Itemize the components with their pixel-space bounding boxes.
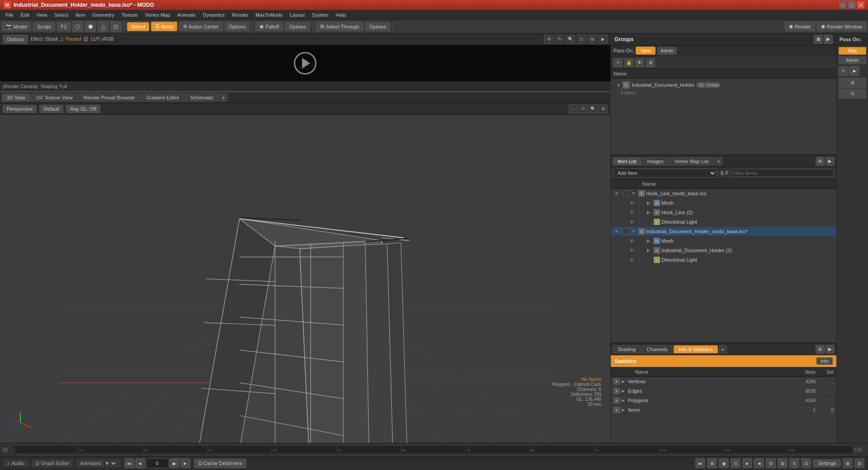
item-list-settings-icon[interactable]: ▶: [826, 157, 835, 166]
items-button[interactable]: ☰ Items: [151, 22, 177, 31]
menu-layout[interactable]: Layout: [286, 11, 308, 19]
pass-new-button-2[interactable]: New: [839, 47, 866, 55]
options-button-1[interactable]: Options: [225, 22, 250, 31]
play-pause-button[interactable]: ▶: [170, 458, 179, 468]
status-icon-9[interactable]: ↻: [789, 458, 799, 468]
stats-add-polygons[interactable]: +: [613, 397, 620, 404]
stats-expand-items[interactable]: ▶: [622, 408, 627, 412]
tab-images[interactable]: Images: [642, 157, 669, 165]
step-back-button[interactable]: ◄: [135, 458, 145, 468]
preview-fit-icon[interactable]: ⊡: [577, 35, 586, 44]
status-icon-8[interactable]: ⊞: [778, 458, 788, 468]
item-row-0[interactable]: 👁 ▼ S Hook_Line_modo_base.lxo: [611, 189, 836, 198]
frame-counter[interactable]: 0: [146, 458, 169, 468]
rewind-button[interactable]: ⏮: [124, 458, 134, 468]
tab-shading[interactable]: Shading: [613, 345, 641, 353]
menu-help[interactable]: Help: [332, 11, 350, 19]
item-expand-4[interactable]: ▼: [632, 229, 637, 234]
item-expand-0[interactable]: ▼: [632, 191, 637, 196]
item-row-4[interactable]: 👁 ▼ S Industrial_Document_Holder_modo_ba…: [611, 227, 836, 236]
minimize-button[interactable]: −: [839, 1, 846, 9]
stats-add-items[interactable]: +: [613, 407, 620, 413]
item-eye-6[interactable]: 👁: [629, 247, 635, 254]
options-button-3[interactable]: Options: [365, 22, 391, 31]
menu-view[interactable]: View: [33, 11, 51, 19]
close-button[interactable]: ✕: [857, 1, 864, 9]
add-item-list-tab-button[interactable]: +: [714, 157, 722, 165]
audio-button[interactable]: ♪ Audio: [4, 460, 28, 467]
render-window-button[interactable]: ◉ Render Window: [817, 22, 866, 31]
item-row-7[interactable]: 👁 L Directional Light: [611, 255, 836, 265]
viewport-home-icon[interactable]: ⌂: [569, 104, 578, 113]
groups-expand-icon[interactable]: ⊞: [814, 35, 823, 44]
model-tab-btn[interactable]: 📷 Model: [2, 22, 31, 31]
tab-uv-texture-view[interactable]: UV Texture View: [31, 94, 78, 102]
menu-system[interactable]: System: [308, 11, 332, 19]
animated-button[interactable]: Animated ▼: [76, 459, 120, 467]
item-expand-6[interactable]: ▶: [647, 248, 652, 253]
menu-texture[interactable]: Texture: [118, 11, 142, 19]
item-lock-4[interactable]: [623, 228, 629, 235]
stats-settings-icon[interactable]: ▶: [826, 345, 835, 354]
pass-small-btn-2[interactable]: ▶: [849, 66, 859, 76]
viewport-default-btn[interactable]: Default: [39, 105, 63, 113]
select-button[interactable]: Select: [127, 22, 149, 31]
cache-deformers-button[interactable]: ⊡ Cache Deformers: [194, 459, 246, 468]
settings-button[interactable]: Settings: [813, 459, 841, 467]
pass-expand-btn-1[interactable]: ⊞: [839, 78, 866, 88]
status-icon-7[interactable]: ⊟: [766, 458, 776, 468]
menu-select[interactable]: Select: [51, 11, 72, 19]
item-expand-2[interactable]: ▶: [647, 210, 652, 215]
stats-row-items[interactable]: + ▶ Items 1 0: [611, 405, 836, 415]
item-row-3[interactable]: 👁 L Directional Light: [611, 217, 836, 227]
stats-expand-edges[interactable]: ▶: [622, 389, 627, 393]
item-eye-2[interactable]: 👁: [629, 209, 635, 216]
tab-vertex-map-list[interactable]: Vertex Map List: [670, 157, 714, 165]
groups-add-btn[interactable]: +: [613, 58, 623, 67]
item-eye-4[interactable]: 👁: [613, 228, 620, 235]
stats-info-tab[interactable]: Info: [816, 357, 833, 365]
preview-zoom-in-icon[interactable]: 🔍: [566, 35, 575, 44]
play-button[interactable]: [294, 52, 316, 75]
status-icon-6[interactable]: ◄: [754, 458, 764, 468]
item-eye-5[interactable]: 👁: [629, 238, 635, 244]
preview-settings-icon[interactable]: ⚙: [544, 35, 553, 44]
menu-render[interactable]: Render: [228, 11, 252, 19]
falloff-button[interactable]: ◉ Falloff: [255, 22, 283, 31]
preview-refresh-icon[interactable]: ↻: [555, 35, 564, 44]
menu-file[interactable]: File: [2, 11, 17, 19]
viewport-raygl-btn[interactable]: Ray GL: Off: [66, 105, 100, 113]
sculpt-tab-btn[interactable]: Sculpt: [33, 22, 55, 31]
viewport-canvas[interactable]: No Items Polygons : Catmull-Clark Channe…: [0, 115, 610, 443]
tab-gradient-editor[interactable]: Gradient Editor: [141, 94, 184, 102]
auto-select-icon-4[interactable]: ⊡: [110, 21, 121, 32]
viewport-zoom-icon[interactable]: 🔍: [589, 104, 598, 113]
viewport-settings-icon[interactable]: ⚙: [599, 104, 608, 113]
menu-geometry[interactable]: Geometry: [89, 11, 118, 19]
groups-lock-btn[interactable]: 🔒: [624, 58, 633, 67]
status-icon-1[interactable]: ⏭: [695, 458, 705, 468]
step-forward-button[interactable]: ►: [180, 458, 190, 468]
tab-channels[interactable]: Channels: [642, 345, 672, 353]
f2-btn[interactable]: F2: [57, 22, 71, 31]
pass-admin-button[interactable]: Admin: [839, 56, 866, 64]
pass-expand-btn-2[interactable]: ⊟: [839, 89, 866, 99]
item-expand-5[interactable]: ▶: [647, 239, 652, 243]
tab-item-list[interactable]: Item List: [613, 157, 642, 165]
group-item-0[interactable]: ▼ G Industrial_Document_Holder (4) : Gro…: [614, 80, 833, 89]
item-expand-1[interactable]: ▶: [647, 201, 652, 205]
graph-editor-button[interactable]: ⊡ Graph Editor: [32, 460, 73, 467]
status-icon-5[interactable]: ►: [742, 458, 752, 468]
auto-select-icon-2[interactable]: ⬢: [85, 21, 96, 32]
preview-options-btn[interactable]: Options: [3, 35, 28, 44]
status-paste-icon[interactable]: ⊟: [854, 458, 864, 468]
render-button[interactable]: ◉ Render: [785, 22, 815, 31]
status-icon-4[interactable]: ⊡: [731, 458, 741, 468]
tab-schematic[interactable]: Schematic: [185, 94, 218, 102]
status-copy-icon[interactable]: ⊞: [843, 458, 853, 468]
menu-edit[interactable]: Edit: [17, 11, 33, 19]
item-eye-3[interactable]: 👁: [629, 219, 635, 225]
viewport-perspective-btn[interactable]: Perspective: [3, 105, 37, 113]
item-row-2[interactable]: 👁 ▶ G Hook_Line (2): [611, 208, 836, 217]
tab-info-statistics[interactable]: Info & Statistics: [674, 345, 718, 353]
